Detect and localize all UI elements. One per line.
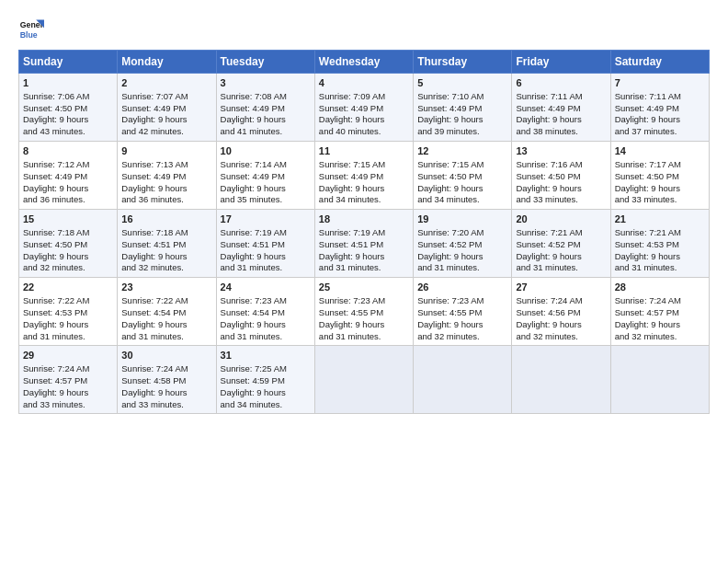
- day-info-line: Sunrise: 7:11 AM: [615, 91, 705, 103]
- day-info-line: Daylight: 9 hours: [23, 114, 113, 126]
- col-header-friday: Friday: [512, 51, 610, 74]
- day-info-line: and 32 minutes.: [516, 331, 606, 343]
- day-info-line: and 38 minutes.: [516, 126, 606, 138]
- calendar-cell: 26Sunrise: 7:23 AMSunset: 4:55 PMDayligh…: [414, 278, 512, 346]
- day-info-line: and 33 minutes.: [615, 194, 705, 206]
- day-info-line: Sunrise: 7:07 AM: [121, 91, 211, 103]
- day-number: 23: [121, 281, 211, 294]
- week-row-3: 15Sunrise: 7:18 AMSunset: 4:50 PMDayligh…: [19, 210, 710, 278]
- day-info-line: Sunset: 4:53 PM: [615, 239, 705, 251]
- calendar-cell: 8Sunrise: 7:12 AMSunset: 4:49 PMDaylight…: [19, 142, 118, 210]
- day-info-line: Sunset: 4:49 PM: [319, 103, 409, 115]
- day-info-line: Daylight: 9 hours: [615, 114, 705, 126]
- day-info-line: Sunset: 4:55 PM: [417, 307, 507, 319]
- day-info-line: and 34 minutes.: [417, 194, 507, 206]
- day-info-line: Sunset: 4:49 PM: [516, 103, 606, 115]
- day-info-line: Sunset: 4:51 PM: [221, 239, 311, 251]
- day-info-line: Daylight: 9 hours: [121, 251, 211, 263]
- day-info-line: Daylight: 9 hours: [417, 114, 507, 126]
- day-info-line: Daylight: 9 hours: [319, 114, 409, 126]
- svg-text:Blue: Blue: [20, 30, 38, 40]
- calendar-cell: 3Sunrise: 7:08 AMSunset: 4:49 PMDaylight…: [216, 74, 314, 142]
- day-info-line: Sunset: 4:49 PM: [417, 103, 507, 115]
- day-info-line: Sunrise: 7:18 AM: [23, 227, 113, 239]
- calendar-cell: 19Sunrise: 7:20 AMSunset: 4:52 PMDayligh…: [414, 210, 512, 278]
- calendar-cell: 21Sunrise: 7:21 AMSunset: 4:53 PMDayligh…: [610, 210, 709, 278]
- calendar-cell: 20Sunrise: 7:21 AMSunset: 4:52 PMDayligh…: [512, 210, 610, 278]
- calendar-cell: 25Sunrise: 7:23 AMSunset: 4:55 PMDayligh…: [314, 278, 413, 346]
- day-info-line: Daylight: 9 hours: [221, 387, 311, 399]
- day-info-line: and 34 minutes.: [319, 194, 409, 206]
- day-info-line: and 33 minutes.: [23, 399, 113, 411]
- day-info-line: Sunrise: 7:22 AM: [121, 295, 211, 307]
- day-info-line: and 39 minutes.: [417, 126, 507, 138]
- day-number: 22: [23, 281, 113, 294]
- day-info-line: Sunset: 4:49 PM: [23, 171, 113, 183]
- day-info-line: Sunrise: 7:19 AM: [319, 227, 409, 239]
- day-info-line: Sunrise: 7:23 AM: [319, 295, 409, 307]
- day-info-line: Daylight: 9 hours: [23, 183, 113, 195]
- day-info-line: Sunset: 4:53 PM: [23, 307, 113, 319]
- day-info-line: Daylight: 9 hours: [319, 251, 409, 263]
- calendar-cell: 29Sunrise: 7:24 AMSunset: 4:57 PMDayligh…: [19, 346, 118, 414]
- calendar-cell: 2Sunrise: 7:07 AMSunset: 4:49 PMDaylight…: [118, 74, 216, 142]
- day-info-line: and 31 minutes.: [121, 331, 211, 343]
- day-number: 15: [23, 213, 113, 226]
- day-info-line: Sunrise: 7:18 AM: [121, 227, 211, 239]
- day-info-line: Sunset: 4:49 PM: [121, 103, 211, 115]
- day-info-line: Daylight: 9 hours: [319, 319, 409, 331]
- day-number: 11: [319, 144, 409, 158]
- calendar-cell: 7Sunrise: 7:11 AMSunset: 4:49 PMDaylight…: [610, 74, 709, 142]
- day-number: 20: [516, 213, 606, 226]
- calendar-cell: 16Sunrise: 7:18 AMSunset: 4:51 PMDayligh…: [118, 210, 216, 278]
- day-info-line: and 31 minutes.: [417, 262, 507, 274]
- day-number: 24: [221, 281, 311, 294]
- day-info-line: Sunset: 4:50 PM: [23, 239, 113, 251]
- day-number: 16: [121, 213, 211, 226]
- col-header-tuesday: Tuesday: [216, 51, 314, 74]
- day-info-line: Sunrise: 7:20 AM: [417, 227, 507, 239]
- day-info-line: Daylight: 9 hours: [221, 251, 311, 263]
- day-info-line: Daylight: 9 hours: [23, 319, 113, 331]
- day-number: 12: [417, 144, 507, 158]
- day-info-line: and 40 minutes.: [319, 126, 409, 138]
- day-info-line: Sunset: 4:56 PM: [516, 307, 606, 319]
- day-number: 5: [417, 76, 507, 90]
- calendar-cell: 9Sunrise: 7:13 AMSunset: 4:49 PMDaylight…: [118, 142, 216, 210]
- calendar-cell: 5Sunrise: 7:10 AMSunset: 4:49 PMDaylight…: [414, 74, 512, 142]
- day-info-line: Sunrise: 7:17 AM: [615, 159, 705, 171]
- day-info-line: Sunrise: 7:23 AM: [417, 295, 507, 307]
- calendar-cell: 17Sunrise: 7:19 AMSunset: 4:51 PMDayligh…: [216, 210, 314, 278]
- day-info-line: Sunset: 4:50 PM: [615, 171, 705, 183]
- day-info-line: Sunrise: 7:12 AM: [23, 159, 113, 171]
- day-info-line: Sunrise: 7:15 AM: [417, 159, 507, 171]
- calendar-cell: 11Sunrise: 7:15 AMSunset: 4:49 PMDayligh…: [314, 142, 413, 210]
- calendar-cell: 15Sunrise: 7:18 AMSunset: 4:50 PMDayligh…: [19, 210, 118, 278]
- day-info-line: and 37 minutes.: [615, 126, 705, 138]
- day-info-line: Sunrise: 7:15 AM: [319, 159, 409, 171]
- day-info-line: Sunrise: 7:24 AM: [615, 295, 705, 307]
- day-info-line: Sunset: 4:59 PM: [221, 375, 311, 387]
- day-number: 9: [121, 144, 211, 158]
- col-header-monday: Monday: [118, 51, 216, 74]
- page: General Blue SundayMondayTuesdayWednesda…: [0, 0, 728, 423]
- day-info-line: Sunset: 4:49 PM: [221, 103, 311, 115]
- day-info-line: and 41 minutes.: [221, 126, 311, 138]
- calendar-table: SundayMondayTuesdayWednesdayThursdayFrid…: [18, 50, 710, 414]
- day-info-line: Daylight: 9 hours: [516, 183, 606, 195]
- calendar-cell: 4Sunrise: 7:09 AMSunset: 4:49 PMDaylight…: [314, 74, 413, 142]
- day-info-line: Sunrise: 7:10 AM: [417, 91, 507, 103]
- day-info-line: Daylight: 9 hours: [121, 114, 211, 126]
- day-info-line: Daylight: 9 hours: [221, 183, 311, 195]
- calendar-cell: [512, 346, 610, 414]
- day-info-line: and 32 minutes.: [615, 331, 705, 343]
- col-header-saturday: Saturday: [610, 51, 709, 74]
- day-info-line: Sunrise: 7:11 AM: [516, 91, 606, 103]
- day-info-line: Sunset: 4:55 PM: [319, 307, 409, 319]
- day-info-line: Sunrise: 7:13 AM: [121, 159, 211, 171]
- calendar-cell: 24Sunrise: 7:23 AMSunset: 4:54 PMDayligh…: [216, 278, 314, 346]
- day-info-line: Daylight: 9 hours: [23, 387, 113, 399]
- day-number: 7: [615, 76, 705, 90]
- day-info-line: and 31 minutes.: [319, 262, 409, 274]
- day-number: 4: [319, 76, 409, 90]
